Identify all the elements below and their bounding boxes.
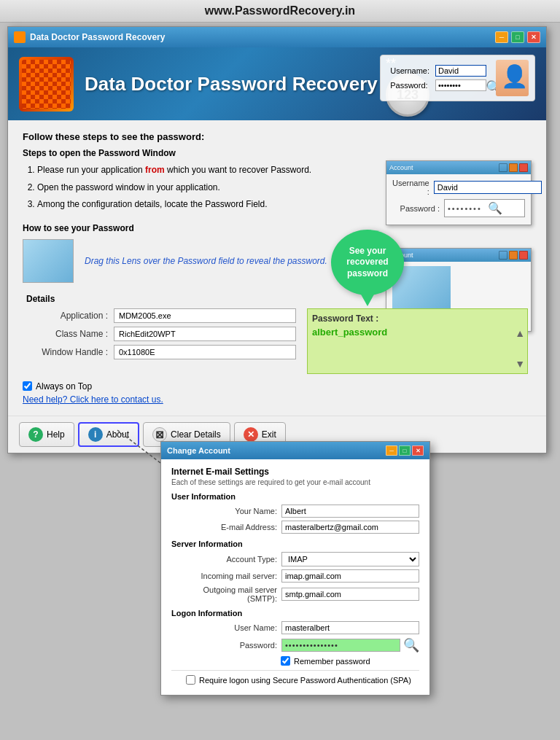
popup-row-email: E-mail Address: bbox=[171, 521, 419, 534]
app-header: Data Doctor Password Recovery ** 123 Use… bbox=[8, 47, 546, 120]
scroll-arrow-up[interactable]: ▲ bbox=[515, 327, 525, 339]
demo-username-input[interactable] bbox=[434, 181, 542, 194]
title-controls: ─ □ ✕ bbox=[495, 31, 540, 43]
window-handle-label: Window Handle : bbox=[26, 347, 114, 357]
popup-password-input[interactable] bbox=[281, 639, 400, 652]
popup-title-bar: Change Account ─ □ ✕ bbox=[161, 442, 429, 459]
detail-row-class: Class Name : bbox=[26, 327, 296, 341]
demo-min-btn-bottom[interactable] bbox=[499, 251, 508, 260]
popup-section-desc: Each of these settings are required to g… bbox=[171, 478, 419, 486]
detail-row-handle: Window Handle : bbox=[26, 345, 296, 359]
popup-email-input[interactable] bbox=[281, 521, 419, 534]
remember-password-label: Remember password bbox=[294, 657, 370, 666]
header-avatar bbox=[496, 60, 529, 96]
header-fields: Username: Password: 🔍 bbox=[386, 63, 490, 93]
popup-name-input[interactable] bbox=[281, 505, 419, 518]
demo-max-btn-top[interactable] bbox=[509, 163, 518, 172]
popup-incoming-input[interactable] bbox=[281, 569, 419, 583]
password-text-label: Password Text : bbox=[312, 313, 523, 324]
user-info-title: User Information bbox=[171, 492, 419, 501]
demo-window-top: Account Username : Password : •••••••• 🔍 bbox=[386, 160, 532, 225]
popup-row-outgoing: Outgoing mail server (SMTP): bbox=[171, 585, 419, 603]
minimize-button[interactable]: ─ bbox=[495, 31, 508, 43]
app-logo bbox=[19, 57, 74, 112]
close-button[interactable]: ✕ bbox=[527, 31, 540, 43]
always-on-top-label: Always on Top bbox=[36, 381, 92, 392]
spa-label: Require logon using Secure Password Auth… bbox=[199, 676, 411, 685]
popup-account-type-label: Account Type: bbox=[171, 555, 277, 564]
popup-account-type-select[interactable]: IMAP POP3 bbox=[281, 552, 419, 566]
popup-row-incoming: Incoming mail server: bbox=[171, 569, 419, 583]
detail-row-app: Application : bbox=[26, 308, 296, 323]
header-credentials: Username: Password: 🔍 bbox=[380, 55, 535, 101]
password-dots: •••••••• bbox=[448, 204, 482, 213]
popup-row-password: Password: 🔍 bbox=[171, 637, 419, 653]
popup-close-btn[interactable]: ✕ bbox=[412, 445, 424, 456]
popup-title: Change Account bbox=[167, 446, 230, 455]
popup-section-title: Internet E-mail Settings bbox=[171, 467, 419, 477]
popup-maximize-btn[interactable]: □ bbox=[399, 445, 411, 456]
username-header-label: Username: bbox=[388, 64, 432, 77]
password-header-input[interactable] bbox=[435, 79, 486, 91]
lens-box bbox=[23, 239, 74, 283]
popup-outgoing-label: Outgoing mail server (SMTP): bbox=[171, 585, 277, 603]
exit-icon: ✕ bbox=[244, 427, 258, 442]
spa-checkbox[interactable] bbox=[186, 675, 195, 685]
details-left: Application : Class Name : Window Handle… bbox=[26, 308, 296, 374]
about-button-label: About bbox=[106, 429, 129, 440]
demo-close-btns-bottom bbox=[499, 251, 528, 260]
website-url: www.PasswordRecovery.in bbox=[205, 4, 355, 17]
divider bbox=[171, 670, 419, 671]
username-header-input[interactable] bbox=[435, 65, 486, 77]
spa-row: Require logon using Secure Password Auth… bbox=[186, 675, 419, 685]
popup-minimize-btn[interactable]: ─ bbox=[386, 445, 397, 456]
always-on-top-row: Always on Top bbox=[23, 381, 532, 392]
popup-incoming-label: Incoming mail server: bbox=[171, 572, 277, 580]
app-icon bbox=[14, 31, 26, 43]
demo-password-field: •••••••• 🔍 bbox=[444, 199, 525, 217]
help-link[interactable]: Need help? Click here to contact us. bbox=[23, 394, 532, 405]
popup-window: Change Account ─ □ ✕ Internet E-mail Set… bbox=[160, 441, 430, 696]
clear-icon: ⊠ bbox=[152, 427, 167, 442]
demo-row-password: Password : •••••••• 🔍 bbox=[392, 199, 525, 217]
window-handle-input[interactable] bbox=[114, 345, 296, 359]
scroll-arrow-down[interactable]: ▼ bbox=[515, 358, 525, 370]
demo-title-bar-bottom: Account bbox=[386, 249, 531, 262]
popup-username-label: User Name: bbox=[171, 623, 277, 632]
popup-outgoing-input[interactable] bbox=[281, 588, 419, 601]
demo-title-bar-top: Account bbox=[386, 161, 531, 174]
always-on-top-checkbox[interactable] bbox=[23, 381, 32, 391]
steps-subtitle: Steps to open the Password Window bbox=[23, 148, 532, 158]
content-area: Follow these steps to see the password: … bbox=[8, 120, 546, 416]
popup-row-username: User Name: bbox=[171, 621, 419, 634]
demo-close-btn-top[interactable] bbox=[519, 163, 528, 172]
popup-row-name: Your Name: bbox=[171, 505, 419, 518]
title-bar: Data Doctor Password Recovery ─ □ ✕ bbox=[8, 27, 546, 47]
remember-password-row: Remember password bbox=[281, 656, 419, 666]
demo-close-btns-top bbox=[499, 163, 528, 172]
password-result-value: albert_password bbox=[312, 327, 523, 338]
demo-username-label: Username : bbox=[392, 179, 429, 196]
popup-title-controls: ─ □ ✕ bbox=[386, 445, 424, 456]
logon-info-title: Logon Information bbox=[171, 609, 419, 618]
demo-min-btn-top[interactable] bbox=[499, 163, 508, 172]
help-icon: ? bbox=[28, 427, 43, 442]
demo-close-btn-bottom[interactable] bbox=[519, 251, 528, 260]
steps-title: Follow these steps to see the password: bbox=[23, 131, 532, 142]
class-name-input[interactable] bbox=[114, 327, 296, 341]
about-icon: i bbox=[88, 427, 103, 442]
application-input[interactable] bbox=[114, 308, 296, 323]
password-header-label: Password: bbox=[388, 79, 432, 92]
popup-name-label: Your Name: bbox=[171, 507, 277, 515]
bubble-callout: See your recovered password bbox=[331, 230, 404, 295]
demo-max-btn-bottom[interactable] bbox=[509, 251, 518, 260]
popup-password-label: Password: bbox=[171, 641, 277, 650]
about-button[interactable]: i About bbox=[78, 422, 139, 447]
popup-row-account-type: Account Type: IMAP POP3 bbox=[171, 552, 419, 566]
help-button[interactable]: ? Help bbox=[19, 422, 74, 447]
server-info-title: Server Information bbox=[171, 540, 419, 548]
details-grid: Application : Class Name : Window Handle… bbox=[26, 308, 528, 374]
popup-username-input[interactable] bbox=[281, 621, 419, 634]
maximize-button[interactable]: □ bbox=[511, 31, 524, 43]
remember-password-checkbox[interactable] bbox=[281, 656, 290, 666]
